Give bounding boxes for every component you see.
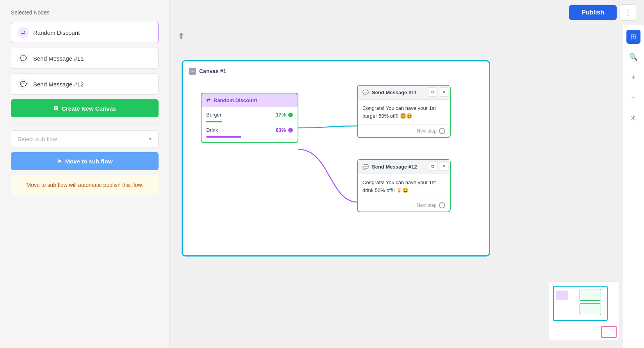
layout-icon: ⊞ [630,32,636,41]
selected-nodes-title: Selected Nodes [11,9,159,16]
node-random-discount-body: Burger 17% Drink 83% [202,107,298,142]
send-message-12-title: Send Message #12 [372,164,417,170]
send-message-11-body: Congrats! You can have your 1st burger 5… [358,100,450,124]
create-canvas-icon: ⊞ [54,105,59,112]
minimap [549,282,619,340]
canvas-inner: ⇄ Random Discount Burger 17% [189,81,483,249]
node-random-discount: ⇄ Random Discount Burger 17% [201,93,298,143]
minimap-inner [549,282,619,340]
sidebar: Selected Nodes ⇄ Random Discount 💬 Send … [0,0,170,348]
sparkle-icon: ✳ [630,114,636,122]
drink-row: Drink 83% [206,127,293,133]
layout-view-button[interactable]: ⊞ [626,30,640,44]
more-icon: ⋮ [624,8,632,17]
drink-pct: 83% [276,127,286,133]
message-icon-12-node: 💬 [362,164,369,170]
burger-right: 17% [276,112,293,118]
next-step-11-label: Next step [417,128,437,134]
send-message-12-next-step: Next step [358,199,450,212]
burger-pct: 17% [276,112,286,118]
more-options-button[interactable]: ⋮ [620,4,636,21]
burger-label: Burger [206,112,221,118]
right-toolbar: ⊞ 🔍 + − ✳ [622,25,644,348]
minimap-node-purple [556,291,568,300]
select-subflow-placeholder: Select sub flow [18,136,57,142]
message-icon-11: 💬 [18,53,29,64]
message-icon-12: 💬 [18,79,29,90]
node-label-send-message-12: Send Message #12 [33,81,84,88]
minus-icon: − [191,68,194,74]
sparkle-button[interactable]: ✳ [626,111,640,125]
warning-box: Move to sub flow will automatic publish … [11,175,159,196]
node-item-random-discount[interactable]: ⇄ Random Discount [11,22,159,43]
burger-dot [288,113,293,117]
create-new-canvas-button[interactable]: ⊞ Create New Canvas [11,99,159,117]
node-item-send-message-11[interactable]: 💬 Send Message #11 [11,48,159,69]
message-icon-11-node: 💬 [362,90,369,95]
chevron-down-icon: ▾ [149,135,152,142]
publish-button[interactable]: Publish [569,5,617,20]
upload-icon: ⬆ [178,31,185,41]
next-step-12-circle[interactable] [439,202,445,208]
drink-dot [288,128,293,133]
copy-send-message-12-button[interactable]: ⧉ [428,161,437,171]
node-label-random-discount: Random Discount [33,29,80,36]
node-send-message-11: 💬 Send Message #11 ⧉ ✕ Congrats! You can… [357,85,451,138]
search-button[interactable]: 🔍 [626,50,640,64]
node-item-send-message-12[interactable]: 💬 Send Message #12 [11,74,159,95]
divider [11,124,159,124]
node-random-discount-header: ⇄ Random Discount [202,93,298,107]
send-message-11-controls: ⧉ ✕ [428,87,448,97]
canvas-title: Canvas #1 [199,68,226,74]
drink-right: 83% [276,127,293,133]
zoom-out-icon: − [631,94,635,102]
burger-row: Burger 17% [206,112,293,118]
send-message-12-controls: ⧉ ✕ [428,161,448,171]
copy-send-message-11-button[interactable]: ⧉ [428,87,437,97]
close-send-message-12-button[interactable]: ✕ [439,161,448,171]
canvas-minimize-button[interactable]: − [189,68,196,75]
canvas-box-1: − Canvas #1 ⇄ Random Discount [182,60,490,257]
canvas-header: − Canvas #1 [189,68,483,75]
zoom-in-icon: + [631,74,635,82]
send-message-11-title: Send Message #11 [372,90,417,95]
canvas-area: ⬆ − Canvas #1 [170,25,644,348]
next-step-11-circle[interactable] [439,128,445,134]
send-message-12-body: Congrats! You can have your 1st drink 50… [358,174,450,199]
node-label-send-message-11: Send Message #11 [33,55,84,62]
upload-icon-button[interactable]: ⬆ [178,31,185,41]
search-icon: 🔍 [629,53,638,61]
burger-progress-bar [206,121,222,122]
drink-label: Drink [206,127,218,133]
node-random-discount-title: Random Discount [214,97,257,103]
close-send-message-11-button[interactable]: ✕ [439,87,448,97]
move-to-subflow-button[interactable]: ➤ Move to sub flow [11,152,159,170]
minimap-node-msg1 [580,289,601,301]
main-area: Publish ⋮ ⬆ − Canvas #1 [170,0,644,348]
header: Publish ⋮ [170,0,644,25]
navigate-icon: ➤ [57,158,62,165]
zoom-in-button[interactable]: + [626,70,640,84]
zoom-out-button[interactable]: − [626,91,640,105]
minimap-viewport [601,326,617,338]
select-subflow-dropdown[interactable]: Select sub flow ▾ [11,130,159,147]
minimap-node-msg2 [580,303,601,315]
node-send-message-12: 💬 Send Message #12 ⧉ ✕ Congrats! You can… [357,159,451,212]
next-step-12-label: Next step [417,203,437,208]
drink-progress-bar [206,136,241,138]
shuffle-icon: ⇄ [18,27,29,38]
send-message-11-next-step: Next step [358,124,450,137]
shuffle-icon-node: ⇄ [206,97,211,103]
